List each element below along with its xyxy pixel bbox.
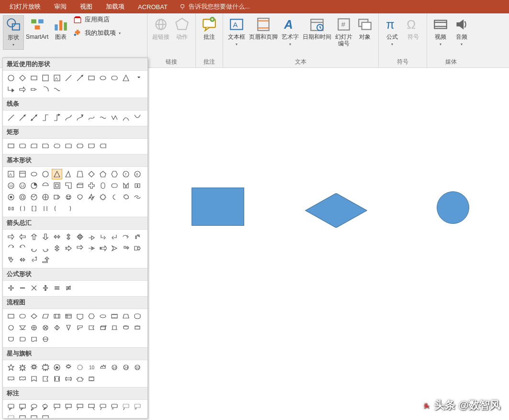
shape-item[interactable] — [109, 243, 120, 254]
symbol-button[interactable]: Ω 符号 — [403, 15, 424, 41]
shape-item[interactable] — [75, 311, 85, 321]
shape-item[interactable] — [98, 402, 108, 412]
shape-item[interactable] — [17, 73, 28, 83]
shape-item[interactable] — [40, 254, 51, 265]
shape-item[interactable] — [52, 374, 62, 384]
object-button[interactable]: 对象 — [354, 15, 375, 41]
shape-item[interactable] — [121, 192, 131, 202]
shape-item[interactable] — [40, 322, 51, 333]
shape-item[interactable] — [6, 334, 16, 344]
shape-item[interactable] — [40, 192, 51, 202]
tab-view[interactable]: 视图 — [73, 0, 99, 13]
shape-item[interactable] — [40, 203, 51, 214]
shape-item[interactable] — [40, 73, 51, 83]
shape-item[interactable] — [132, 322, 143, 333]
shape-item[interactable] — [17, 413, 28, 419]
shape-item[interactable] — [98, 232, 108, 242]
shape-item[interactable]: 10 — [86, 362, 97, 373]
shape-item[interactable] — [6, 311, 16, 321]
shape-item[interactable] — [40, 402, 51, 412]
shape-item[interactable] — [29, 254, 39, 265]
equation-button[interactable]: π 公式▾ — [382, 15, 403, 49]
shape-item[interactable] — [132, 112, 143, 123]
shape-item[interactable] — [75, 141, 85, 151]
shape-item[interactable] — [6, 232, 16, 242]
shape-item[interactable]: A — [52, 73, 62, 83]
shape-item[interactable] — [29, 192, 39, 202]
shape-item[interactable] — [86, 402, 97, 412]
shape-item[interactable] — [17, 374, 28, 384]
smartart-button[interactable]: SmartArt — [24, 15, 50, 41]
shape-item[interactable] — [109, 73, 120, 83]
shape-item[interactable] — [17, 112, 28, 123]
shape-item[interactable] — [109, 402, 120, 412]
shape-item[interactable] — [40, 362, 51, 373]
shape-item[interactable] — [52, 203, 62, 214]
shape-item[interactable] — [98, 243, 108, 254]
shape-item[interactable] — [86, 169, 97, 179]
shape-item[interactable] — [63, 374, 74, 384]
shape-item[interactable] — [52, 141, 62, 151]
shape-item[interactable] — [29, 413, 39, 419]
header-footer-button[interactable]: 页眉和页脚 — [247, 15, 280, 41]
shape-item[interactable] — [29, 141, 39, 151]
shape-item[interactable] — [17, 254, 28, 265]
shape-item[interactable] — [75, 73, 85, 83]
shape-item[interactable] — [75, 362, 85, 373]
shape-item[interactable] — [132, 73, 143, 83]
shape-item[interactable] — [98, 180, 108, 191]
shape-item[interactable] — [132, 192, 143, 202]
shape-item[interactable] — [86, 311, 97, 321]
shape-item[interactable] — [29, 180, 39, 191]
textbox-button[interactable]: A 文本框▾ — [226, 15, 247, 49]
shape-item[interactable] — [6, 413, 16, 419]
shape-item[interactable] — [98, 322, 108, 333]
shape-item[interactable] — [121, 73, 131, 83]
shape-item[interactable] — [29, 84, 39, 95]
shape-item[interactable] — [98, 192, 108, 202]
shape-item[interactable] — [17, 311, 28, 321]
shape-item[interactable] — [6, 374, 16, 384]
shape-item[interactable] — [6, 322, 16, 333]
shape-item[interactable] — [52, 402, 62, 412]
shape-item[interactable] — [52, 283, 62, 293]
shape-item[interactable] — [52, 362, 62, 373]
shape-item[interactable] — [29, 243, 39, 254]
shape-item[interactable] — [40, 84, 51, 95]
shape-item[interactable] — [75, 232, 85, 242]
shape-item[interactable] — [98, 169, 108, 179]
shape-item[interactable] — [6, 141, 16, 151]
shape-item[interactable] — [121, 402, 131, 412]
shape-item[interactable] — [6, 112, 16, 123]
shape-item[interactable] — [17, 334, 28, 344]
shape-item[interactable] — [17, 402, 28, 412]
shape-item[interactable] — [29, 112, 39, 123]
shape-item[interactable] — [109, 192, 120, 202]
video-button[interactable]: 视频▾ — [430, 15, 451, 49]
shape-item[interactable] — [98, 73, 108, 83]
shape-item[interactable] — [75, 112, 85, 123]
shape-item[interactable] — [86, 232, 97, 242]
shape-item[interactable] — [75, 169, 85, 179]
app-store-button[interactable]: 应用商店 — [73, 15, 121, 24]
shape-item[interactable] — [109, 169, 120, 179]
shape-item[interactable] — [6, 362, 16, 373]
shape-item[interactable] — [40, 283, 51, 293]
shape-item[interactable]: 12 — [17, 180, 28, 191]
shape-item[interactable] — [52, 192, 62, 202]
chart-button[interactable]: 图表 — [50, 15, 71, 41]
tab-review[interactable]: 审阅 — [47, 0, 73, 13]
shape-item[interactable] — [121, 311, 131, 321]
shape-item[interactable] — [52, 112, 62, 123]
shape-item[interactable]: 7 — [121, 169, 131, 179]
shape-item[interactable] — [6, 283, 16, 293]
shape-item[interactable] — [17, 322, 28, 333]
shape-item[interactable] — [52, 84, 62, 95]
shape-item[interactable] — [63, 192, 74, 202]
audio-button[interactable]: 音频▾ — [451, 15, 472, 49]
shape-item[interactable] — [29, 203, 39, 214]
shape-item[interactable] — [40, 311, 51, 321]
rectangle-shape[interactable] — [192, 188, 244, 226]
shape-item[interactable] — [52, 311, 62, 321]
tab-addins[interactable]: 加载项 — [99, 0, 131, 13]
